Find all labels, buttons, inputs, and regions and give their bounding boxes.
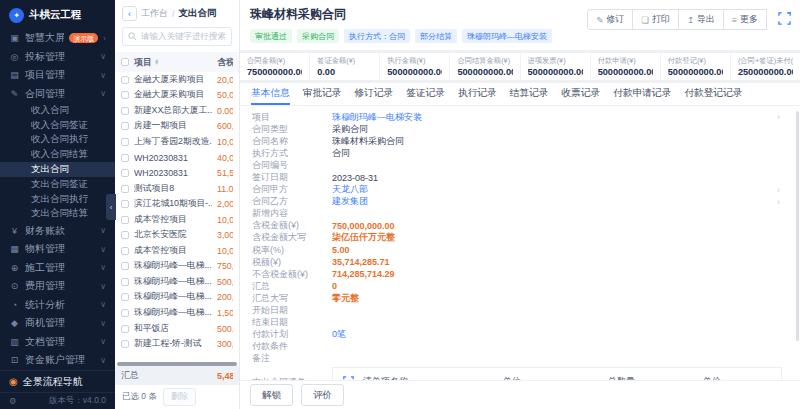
tab[interactable]: 执行记录 — [458, 83, 497, 105]
list-item[interactable]: 北京长安医院 3,000.00 — [115, 227, 239, 243]
row-checkbox[interactable] — [121, 262, 129, 270]
tab[interactable]: 修订记录 — [355, 83, 394, 105]
app-logo-icon: ✦ — [9, 8, 24, 23]
sort-icon[interactable]: ▲▼ — [154, 59, 159, 66]
row-project: 测试项目8 — [134, 183, 212, 195]
sidebar-item[interactable]: ⊕ 施工管理 ∨ — [0, 258, 115, 277]
tab[interactable]: 基本信息 — [251, 83, 290, 105]
column-header-project-label: 项目 — [134, 56, 152, 69]
sidebar-item[interactable]: 支出合同签证 — [0, 177, 115, 192]
action-button[interactable]: ❏ 打印 — [632, 9, 679, 30]
row-checkbox[interactable] — [121, 122, 129, 130]
list-item[interactable]: 珠穆朗玛峰—电梯... 750,000,0 — [115, 259, 239, 275]
row-checkbox[interactable] — [121, 200, 129, 208]
gear-icon[interactable]: ⚙ — [9, 396, 17, 406]
field-label: 合同名称 — [252, 135, 332, 148]
list-item[interactable]: 上海丁香园2期改造... 10,000.00 — [115, 134, 239, 150]
sidebar-item[interactable]: ⊡ 资金账户管理 ∨ — [0, 351, 115, 370]
sidebar-item[interactable]: 收入合同签证 — [0, 118, 115, 133]
row-amount: 0.00 — [217, 106, 233, 116]
sidebar-item[interactable]: 收入合同执行 — [0, 133, 115, 148]
list-item[interactable]: 珠穆朗玛峰—电梯... 1,500,000 — [115, 305, 239, 321]
vertical-scrollbar[interactable] — [796, 111, 799, 341]
summary-card-label: (合同+签证)未付(¥) — [738, 56, 793, 66]
breadcrumb-root[interactable]: 工作台 — [141, 7, 168, 20]
tab[interactable]: 付款登记记录 — [684, 83, 742, 105]
row-checkbox[interactable] — [121, 138, 129, 146]
list-item[interactable]: WH20230831 51,500.00 — [115, 165, 239, 181]
sidebar-collapse-handle[interactable]: ‹ — [106, 194, 116, 220]
tab[interactable]: 结算记录 — [510, 83, 549, 105]
sidebar-item-flow-navigation[interactable]: ◉ 全景流程导航 — [0, 371, 115, 392]
footer-button[interactable]: 评价 — [301, 384, 344, 406]
chevron-right-icon[interactable]: › — [777, 112, 780, 122]
form-row: 不含税金额(¥) 714,285,714.29 — [252, 268, 788, 280]
row-checkbox[interactable] — [121, 154, 129, 162]
tab[interactable]: 付款申请记录 — [613, 83, 671, 105]
list-item[interactable]: 成本管控项目 10,000.00 — [115, 212, 239, 228]
sidebar-item[interactable]: ¥ 财务账款 ∨ — [0, 221, 115, 240]
row-checkbox[interactable] — [121, 91, 129, 99]
row-checkbox[interactable] — [121, 278, 129, 286]
row-checkbox[interactable] — [121, 247, 129, 255]
sidebar-item[interactable]: ✎ 合同管理 ∨ — [0, 85, 115, 104]
row-checkbox[interactable] — [121, 309, 129, 317]
list-item[interactable]: 成本管控项目 10,001.00 — [115, 243, 239, 259]
chevron-right-icon[interactable]: › — [777, 197, 780, 207]
sidebar-item-label: 支出合同结算 — [31, 207, 88, 220]
row-checkbox[interactable] — [121, 76, 129, 84]
list-item[interactable]: 滨江花城10期项目-... 2,000.00 — [115, 196, 239, 212]
sidebar-item[interactable]: 支出合同结算 — [0, 207, 115, 222]
row-checkbox[interactable] — [121, 169, 129, 177]
action-button[interactable]: ≡ 更多 — [723, 9, 767, 30]
list-item[interactable]: 测试项目8 11.00 — [115, 181, 239, 197]
select-all-checkbox[interactable] — [121, 58, 129, 66]
list-item[interactable]: 金融大厦采购项目 20,000.00 — [115, 72, 239, 88]
fullscreen-icon[interactable] — [778, 12, 791, 25]
delete-button[interactable]: 删除 — [163, 388, 196, 406]
sidebar-item[interactable]: 收入合同结算 — [0, 147, 115, 162]
sidebar-item[interactable]: ◔ 统计分析 ∨ — [0, 295, 115, 314]
sidebar-item[interactable]: 支出合同 — [0, 162, 115, 177]
chevron-down-icon: ∨ — [100, 319, 106, 328]
row-checkbox[interactable] — [121, 293, 129, 301]
list-item[interactable]: 和平饭店 500.00 — [115, 321, 239, 337]
sidebar-item[interactable]: ⊙ 费用管理 ∨ — [0, 277, 115, 296]
list-item[interactable]: 金融大厦采购项目 50,000.00 — [115, 88, 239, 104]
list-item[interactable]: 珠穆朗玛峰—电梯... 200,000,0 — [115, 290, 239, 306]
summary-label: 汇总 — [121, 369, 212, 382]
list-item[interactable]: 新建工程-矫-测试 300,000.0 — [115, 336, 239, 352]
back-button[interactable]: ‹ — [122, 6, 137, 21]
row-checkbox[interactable] — [121, 340, 129, 348]
tab[interactable]: 审批记录 — [303, 83, 342, 105]
tab[interactable]: 签证记录 — [406, 83, 445, 105]
contract-items-row: 支出合同清单 清单项名称单位总数量单价总金额 — [252, 367, 788, 380]
field-value: 柒亿伍仟万元整 — [332, 231, 395, 244]
sidebar-item[interactable]: ▥ 文档管理 ∨ — [0, 332, 115, 351]
chevron-right-icon[interactable]: › — [777, 185, 780, 195]
tab[interactable]: 收票记录 — [562, 83, 601, 105]
list-item[interactable]: 珠穆朗玛峰—电梯... 500,000,0 — [115, 274, 239, 290]
sidebar-item[interactable]: 支出合同执行 — [0, 192, 115, 207]
list-item[interactable]: 新建XX总部大厦工... 0.00 — [115, 103, 239, 119]
column-header-project[interactable]: 项目 ▲▼ — [134, 56, 212, 69]
sidebar-item[interactable]: ▦ 物料管理 ∨ — [0, 240, 115, 259]
sidebar-item[interactable]: ◎ 投标管理 ∨ — [0, 48, 115, 67]
row-checkbox[interactable] — [121, 216, 129, 224]
row-checkbox[interactable] — [121, 185, 129, 193]
list-item[interactable]: 房建一期项目 600,000.0 — [115, 119, 239, 135]
list-item[interactable]: WH20230831 40,000.00 — [115, 150, 239, 166]
summary-card-label: 进项发票(¥) — [528, 56, 583, 66]
footer-button[interactable]: 解锁 — [250, 384, 293, 406]
row-checkbox[interactable] — [121, 107, 129, 115]
row-project: 金融大厦采购项目 — [134, 89, 212, 101]
sidebar-item[interactable]: 收入合同 — [0, 103, 115, 118]
action-button[interactable]: ↥ 导出 — [678, 9, 724, 30]
sidebar-item[interactable]: ◆ 商机管理 ∨ — [0, 314, 115, 333]
row-checkbox[interactable] — [121, 231, 129, 239]
search-input[interactable]: 请输入关键字进行搜索 — [122, 27, 232, 46]
action-button[interactable]: ✎ 修订 — [587, 9, 633, 30]
sidebar-item[interactable]: ▤ 项目管理 ∨ — [0, 66, 115, 85]
sidebar-item[interactable]: ▣ 智慧大屏 演示版 › — [0, 29, 115, 48]
row-checkbox[interactable] — [121, 325, 129, 333]
